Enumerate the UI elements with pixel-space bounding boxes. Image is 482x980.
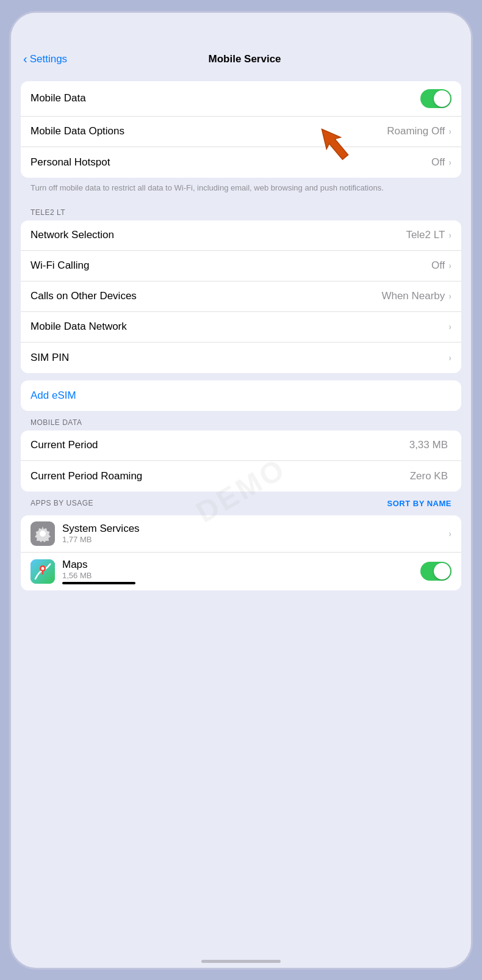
personal-hotspot-value: Off — [431, 156, 445, 169]
mobile-data-network-chevron-icon: › — [448, 322, 451, 332]
mobile-data-network-label: Mobile Data Network — [31, 321, 448, 333]
mobile-data-row[interactable]: Mobile Data — [21, 81, 461, 117]
system-services-size: 1,77 MB — [62, 535, 448, 544]
maps-toggle[interactable] — [420, 562, 451, 581]
current-period-roaming-row: Current Period Roaming Zero KB — [21, 461, 461, 492]
scroll-area[interactable]: Mobile Data Mobile Data Options Roaming … — [11, 75, 471, 968]
calls-other-devices-label: Calls on Other Devices — [31, 290, 381, 302]
mobile-data-card: Mobile Data Mobile Data Options Roaming … — [21, 81, 461, 178]
current-period-row: Current Period 3,33 MB — [21, 430, 461, 461]
calls-other-devices-chevron-icon: › — [448, 291, 451, 301]
sim-pin-chevron-icon: › — [448, 353, 451, 363]
wifi-calling-chevron-icon: › — [448, 261, 451, 270]
wifi-calling-row[interactable]: Wi-Fi Calling Off › — [21, 251, 461, 281]
apps-card: System Services 1,77 MB › — [21, 515, 461, 590]
current-period-roaming-value: Zero KB — [410, 470, 448, 482]
mobile-data-usage-card: Current Period 3,33 MB Current Period Ro… — [21, 430, 461, 492]
back-label: Settings — [30, 53, 67, 65]
mobile-data-options-row[interactable]: Mobile Data Options Roaming Off › — [21, 117, 461, 147]
mobile-data-section: Mobile Data Mobile Data Options Roaming … — [21, 81, 461, 201]
current-period-roaming-label: Current Period Roaming — [31, 470, 410, 482]
mobile-data-options-value: Roaming Off — [387, 125, 445, 137]
mobile-data-usage-label: MOBILE DATA — [21, 418, 461, 430]
mobile-data-usage-section: MOBILE DATA Current Period 3,33 MB Curre… — [21, 418, 461, 590]
add-esim-label: Add eSIM — [31, 390, 451, 402]
maps-progress-bar — [62, 582, 135, 584]
maps-name: Maps — [62, 559, 414, 571]
system-services-icon — [31, 521, 55, 546]
maps-icon — [31, 559, 55, 584]
nav-bar: ‹ Settings Mobile Service — [11, 43, 471, 75]
system-services-row[interactable]: System Services 1,77 MB › — [21, 515, 461, 553]
personal-hotspot-chevron-icon: › — [448, 158, 451, 167]
tele2-section: TELE2 LT Network Selection Tele2 LT › Wi… — [21, 208, 461, 373]
system-services-name: System Services — [62, 523, 448, 535]
personal-hotspot-row[interactable]: Personal Hotspot Off › — [21, 147, 461, 178]
mobile-data-options-label: Mobile Data Options — [31, 125, 387, 137]
network-selection-row[interactable]: Network Selection Tele2 LT › — [21, 220, 461, 251]
sim-pin-label: SIM PIN — [31, 352, 448, 364]
tele2-section-label: TELE2 LT — [21, 208, 461, 220]
tele2-card: Network Selection Tele2 LT › Wi-Fi Calli… — [21, 220, 461, 373]
svg-point-3 — [41, 567, 45, 570]
add-esim-row[interactable]: Add eSIM — [21, 380, 461, 411]
current-period-label: Current Period — [31, 439, 409, 451]
system-services-info: System Services 1,77 MB — [62, 523, 448, 544]
calls-other-devices-value: When Nearby — [381, 290, 445, 302]
maps-info: Maps 1,56 MB — [62, 559, 414, 584]
maps-svg — [31, 559, 55, 584]
system-services-chevron-icon: › — [448, 529, 451, 539]
personal-hotspot-label: Personal Hotspot — [31, 156, 431, 169]
maps-size: 1,56 MB — [62, 571, 414, 584]
page-title: Mobile Service — [67, 53, 422, 65]
network-selection-chevron-icon: › — [448, 230, 451, 240]
mobile-data-toggle[interactable] — [420, 89, 451, 108]
network-selection-value: Tele2 LT — [406, 229, 445, 241]
phone-frame: DEMO ‹ Settings Mobile Service Mobile Da… — [9, 11, 473, 970]
apps-by-usage-header: APPS BY USAGE SORT BY NAME — [21, 499, 461, 512]
mobile-data-network-row[interactable]: Mobile Data Network › — [21, 312, 461, 343]
mobile-data-description: Turn off mobile data to restrict all dat… — [21, 178, 461, 201]
back-chevron-icon: ‹ — [23, 52, 27, 66]
sim-pin-row[interactable]: SIM PIN › — [21, 343, 461, 373]
add-esim-section: Add eSIM — [21, 380, 461, 411]
mobile-data-options-chevron-icon: › — [448, 126, 451, 136]
apps-by-usage-label: APPS BY USAGE — [31, 499, 93, 507]
home-indicator — [201, 960, 281, 963]
wifi-calling-label: Wi-Fi Calling — [31, 260, 431, 272]
current-period-value: 3,33 MB — [409, 439, 448, 451]
calls-other-devices-row[interactable]: Calls on Other Devices When Nearby › — [21, 281, 461, 312]
status-bar — [11, 13, 471, 43]
maps-toggle-knob — [434, 563, 450, 579]
maps-row[interactable]: Maps 1,56 MB — [21, 553, 461, 590]
back-button[interactable]: ‹ Settings — [23, 52, 67, 66]
network-selection-label: Network Selection — [31, 229, 406, 241]
gear-svg — [34, 525, 51, 542]
sort-by-name-button[interactable]: SORT BY NAME — [387, 499, 451, 508]
add-esim-card: Add eSIM — [21, 380, 461, 411]
mobile-data-label: Mobile Data — [31, 92, 420, 104]
wifi-calling-value: Off — [431, 260, 445, 272]
toggle-knob — [434, 90, 450, 107]
